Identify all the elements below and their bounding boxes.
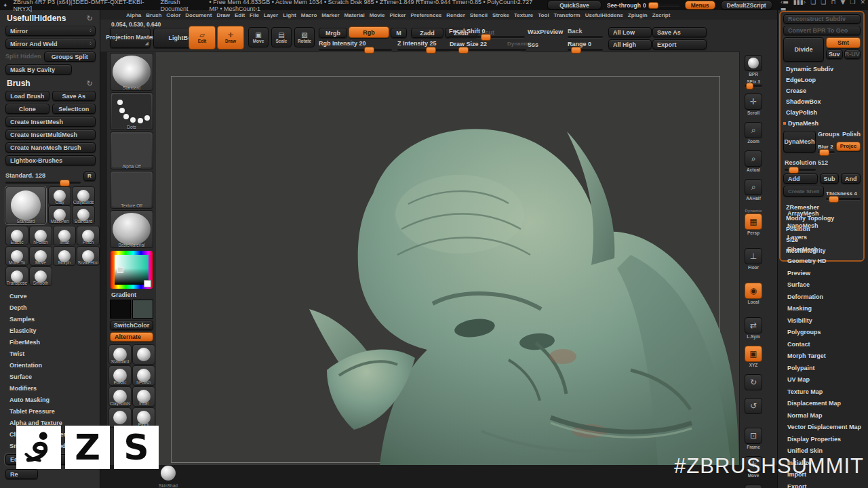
color-picker-cursor[interactable]	[117, 267, 123, 273]
back-slider[interactable]	[568, 36, 603, 38]
lock-icon[interactable]: ⊓	[831, 0, 835, 12]
shelf-brush-thumb[interactable]: Inflat	[132, 386, 155, 407]
tool-subpalette-item[interactable]: Display Properties	[787, 436, 868, 443]
Scale[interactable]: ⌕ Scale	[745, 480, 762, 488]
menu-item[interactable]: Tool	[538, 12, 549, 18]
spix-slider[interactable]: SPix 3	[743, 79, 764, 87]
tool-subpalette-item[interactable]: Normal Map	[787, 412, 868, 419]
Floor[interactable]: ⊥ Floor	[745, 243, 762, 270]
projection-master-button[interactable]: Projection Master◢	[110, 28, 151, 48]
Actual[interactable]: ⌕ Actual	[745, 146, 762, 172]
zadd-button[interactable]: Zadd	[411, 28, 443, 38]
refresh-icon[interactable]: ↻	[87, 14, 93, 23]
mask-by-cavity-button[interactable]: Mask By Cavity	[5, 64, 72, 75]
history-slider-icon[interactable]: ‹▬ ▬	[781, 0, 789, 12]
smt-toggle[interactable]: Smt	[826, 37, 861, 48]
close-icon[interactable]: ✕	[860, 0, 865, 12]
geometry-section-item[interactable]: Dynamic Subdiv	[786, 66, 859, 73]
export-button[interactable]: Export	[652, 39, 707, 49]
menu-item[interactable]: Edit	[235, 12, 245, 18]
select-icon-button[interactable]: SelectIcon	[52, 104, 96, 114]
mrgb-button[interactable]: Mrgb	[319, 28, 347, 38]
brush-thumb[interactable]: Transpose	[5, 266, 28, 286]
menu-item[interactable]: Layer	[264, 12, 278, 18]
menu-item[interactable]: Preferences	[410, 12, 441, 18]
menu-item[interactable]: Light	[283, 12, 296, 18]
Local[interactable]: ◉ Local	[745, 278, 762, 304]
tool-subpalette-item[interactable]: Vector Displacement Map	[787, 424, 868, 430]
scale-button[interactable]: ▤Scale	[271, 27, 292, 47]
rgb-intensity-slider[interactable]	[319, 49, 392, 51]
brush-section-item[interactable]: Twist	[9, 350, 100, 357]
sss-button[interactable]: Sss	[528, 41, 538, 48]
quicksave-button[interactable]: QuickSave	[547, 1, 601, 9]
lightbox-brushes-button[interactable]: Lightbox›Brushes	[5, 155, 96, 165]
geometry-section-item[interactable]: ShadowBox	[786, 98, 859, 105]
menu-item[interactable]: Zplugin	[628, 12, 648, 18]
menu-item[interactable]: UsefulHiddens	[585, 12, 623, 18]
menu-item[interactable]: Render	[446, 12, 465, 18]
shelf-selector-thumb[interactable]: Standard	[110, 53, 153, 91]
gradient-label[interactable]: Gradient	[111, 291, 156, 298]
resolution-slider[interactable]: Resolution 512	[785, 155, 859, 171]
minimize-icon[interactable]: ▼	[840, 0, 845, 12]
mirror-and-weld-button[interactable]: Mirror And Weld⁘	[5, 39, 96, 49]
menu-item[interactable]: Brush	[146, 12, 161, 18]
draw-button[interactable]: ✛Draw	[217, 26, 244, 49]
menus-button[interactable]: Menus	[685, 1, 715, 9]
menu-item[interactable]: File	[250, 12, 259, 18]
brush-thumb[interactable]: Standard	[72, 205, 95, 224]
default-zscript-button[interactable]: DefaultZScript	[721, 1, 772, 9]
brush-thumb[interactable]: hPolish	[29, 226, 52, 245]
move-button[interactable]: ▣Move	[248, 27, 269, 47]
shelf-selector-thumb[interactable]: Texture Off	[110, 171, 153, 209]
sub-toggle[interactable]: Sub	[820, 174, 840, 184]
tool-subpalette-item[interactable]: Layers	[787, 234, 868, 241]
create-insertmultimesh-button[interactable]: Create InsertMultiMesh	[5, 129, 96, 140]
switch-color-button[interactable]: SwitchColor	[110, 321, 153, 330]
brush-thumb[interactable]: Move	[29, 246, 52, 266]
tool-subpalette-item[interactable]: Texture Map	[787, 388, 868, 395]
tool-subpalette-item[interactable]: Contact	[787, 341, 868, 348]
brush-section-item[interactable]: Depth	[9, 304, 100, 311]
tool-subpalette-item[interactable]: Surface	[787, 281, 868, 288]
shelf-brush-thumb[interactable]: Standard	[108, 344, 132, 365]
tool-subpalette-item[interactable]: Export	[787, 483, 868, 488]
brush-thumb[interactable]: SnakeHoo	[77, 246, 100, 266]
menu-item[interactable]: Material	[344, 12, 365, 18]
brush-section-item[interactable]: Auto Masking	[9, 396, 100, 403]
menu-item[interactable]: Stencil	[470, 12, 488, 18]
current-brush-thumb[interactable]: Standard	[5, 186, 46, 224]
shelf-brush-thumb[interactable]: Elastic	[108, 365, 132, 386]
range-slider[interactable]	[568, 49, 603, 51]
Zoom[interactable]: ⌕ Zoom	[745, 117, 762, 144]
all-high-button[interactable]: All High	[608, 39, 652, 49]
copy-document-icon[interactable]: ❏	[810, 0, 816, 12]
brush-section-item[interactable]: Samples	[9, 316, 100, 323]
document-canvas[interactable]	[156, 52, 739, 465]
add-toggle[interactable]: Add	[783, 174, 818, 184]
menu-item[interactable]: Document	[185, 12, 212, 18]
brush-save-as-button[interactable]: Save As	[52, 91, 96, 101]
project-toggle[interactable]: Projec	[836, 142, 861, 151]
tool-subpalette-item[interactable]: Visibility	[787, 317, 868, 324]
geometry-section-item[interactable]: Crease	[786, 87, 859, 94]
brush-section-item[interactable]: FiberMesh	[9, 339, 100, 346]
edit-button[interactable]: ▱Edit	[189, 26, 216, 49]
tool-subpalette-item[interactable]: Polygroups	[787, 329, 868, 336]
menu-item[interactable]: Color	[166, 12, 180, 18]
shelf-icon-button[interactable]: ↻	[745, 369, 762, 391]
tool-subpalette-item[interactable]: Morph Target	[787, 352, 868, 359]
shelf-selector-thumb[interactable]: Dots	[110, 92, 153, 130]
skinshade-material-thumb[interactable]: SkinShad	[155, 466, 182, 488]
menu-item[interactable]: Marker	[321, 12, 339, 18]
tool-subpalette-item[interactable]: NanoMesh	[787, 222, 868, 229]
m-button[interactable]: M	[391, 28, 407, 38]
dynamesh-section-header[interactable]: DynaMesh	[783, 120, 859, 127]
brush-thumb[interactable]: ClayBuilds	[72, 186, 95, 205]
paste-document-icon[interactable]: ❏	[821, 0, 826, 12]
shelf-brush-thumb[interactable]: Pinch	[132, 407, 155, 428]
wax-preview-button[interactable]: WaxPreview	[528, 28, 563, 35]
focal-shift-slider[interactable]	[449, 36, 525, 38]
see-through-control[interactable]: See-through 0	[607, 2, 679, 9]
